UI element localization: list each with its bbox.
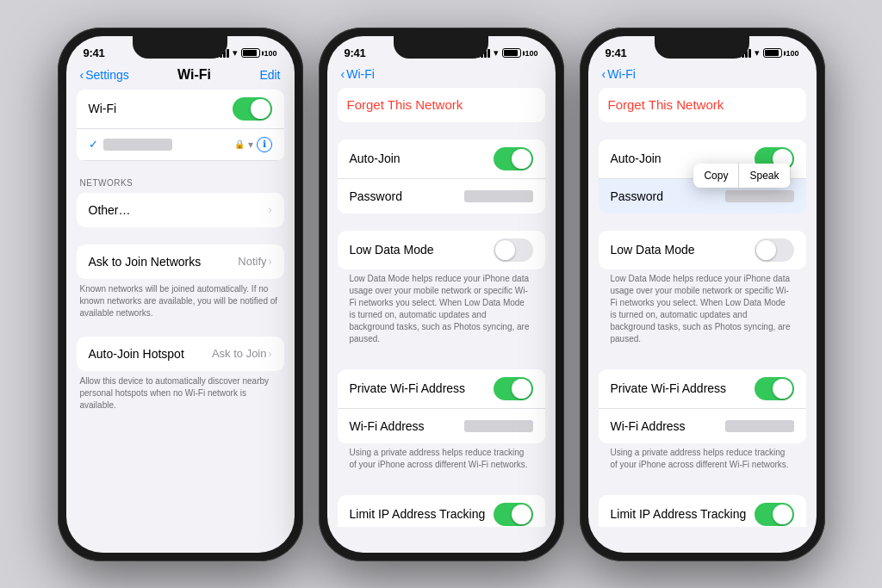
speak-button[interactable]: Speak — [739, 164, 790, 188]
chevron-right-icon-ask: › — [269, 256, 272, 268]
private-wifi-section-2: Private Wi-Fi Address Wi-Fi Address Usin… — [338, 369, 545, 478]
network-icons: 🔒 ▾ ℹ — [234, 137, 272, 152]
auto-join-desc: Allow this device to automatically disco… — [77, 371, 284, 412]
ask-to-join-section: Ask to Join Networks Notify › Known netw… — [77, 244, 284, 319]
limit-ip-section-3: Limit IP Address Tracking Limit IP addre… — [599, 495, 806, 527]
limit-ip-item-3: Limit IP Address Tracking — [599, 495, 806, 527]
screen-content-3: Forget This Network Auto-Join Pas — [588, 88, 817, 527]
copy-button[interactable]: Copy — [693, 164, 739, 188]
chevron-left-icon-1: ‹ — [80, 68, 84, 82]
chevron-left-icon-2: ‹ — [341, 67, 345, 81]
screen-content-2: Forget This Network Auto-Join Pas — [327, 88, 556, 527]
ask-to-join-desc: Known networks will be joined automatica… — [77, 279, 284, 319]
auto-join-value: Ask to Join › — [212, 347, 272, 360]
back-label-2: Wi-Fi — [346, 67, 375, 81]
private-wifi-item-2: Private Wi-Fi Address — [338, 369, 545, 409]
low-data-section-3: Low Data Mode Low Data Mode helps reduce… — [599, 231, 806, 352]
wifi-signal-icon: ▾ — [248, 139, 253, 151]
battery-icon-2 — [502, 48, 521, 58]
chevron-right-icon-auto: › — [269, 348, 272, 360]
notch-3 — [655, 36, 749, 59]
nav-bar-1: ‹ Settings Wi-Fi Edit — [66, 64, 295, 90]
back-button-2[interactable]: ‹ Wi-Fi — [341, 67, 375, 81]
phones-container: 9:41 ▾ 100 ‹ — [58, 28, 825, 561]
battery-icon-1 — [241, 48, 260, 58]
low-data-toggle-2[interactable] — [494, 238, 533, 262]
limit-ip-item-2: Limit IP Address Tracking — [338, 495, 545, 527]
auto-join-section: Auto-Join Hotspot Ask to Join › Allow th… — [77, 337, 284, 412]
battery-icon-3 — [763, 48, 782, 58]
private-wifi-toggle-3[interactable] — [755, 377, 794, 400]
notch-1 — [133, 36, 227, 59]
private-wifi-toggle-2[interactable] — [494, 377, 533, 400]
low-data-section-2: Low Data Mode Low Data Mode helps reduce… — [338, 231, 545, 352]
low-data-toggle-3[interactable] — [755, 238, 794, 262]
forget-group-3: Forget This Network — [599, 88, 806, 122]
nav-bar-2: ‹ Wi-Fi — [327, 64, 556, 88]
auto-join-wifi-group: Auto-Join Password — [338, 139, 545, 214]
password-value-3 — [725, 190, 794, 202]
forget-button-2[interactable]: Forget This Network — [338, 88, 545, 122]
copy-speak-popup: Copy Speak — [693, 164, 790, 188]
time-1: 9:41 — [84, 46, 105, 59]
password-item-2[interactable]: Password — [338, 179, 545, 214]
private-wifi-item-3: Private Wi-Fi Address — [599, 369, 806, 409]
private-desc-3: Using a private address helps reduce tra… — [599, 443, 806, 478]
time-3: 9:41 — [606, 46, 627, 59]
ask-to-join-group: Ask to Join Networks Notify › — [77, 244, 284, 279]
wifi-address-value-2 — [464, 420, 533, 432]
phone-2: 9:41 ▾ 100 ‹ — [319, 28, 564, 561]
ask-to-join-item[interactable]: Ask to Join Networks Notify › — [77, 244, 284, 279]
wifi-toggle-item: Wi-Fi — [77, 90, 284, 129]
forget-button-3[interactable]: Forget This Network — [599, 88, 806, 122]
chevron-right-icon-other: › — [269, 204, 272, 216]
ask-to-join-label: Ask to Join Networks — [89, 255, 202, 269]
network-name-redacted — [103, 139, 172, 151]
screen-content-1: Wi-Fi ✓ 🔒 — [66, 90, 295, 529]
phone-3: 9:41 ▾ 100 ‹ — [580, 28, 825, 561]
forget-group-2: Forget This Network — [338, 88, 545, 122]
nav-bar-3: ‹ Wi-Fi — [588, 64, 817, 88]
ask-to-join-value: Notify › — [238, 255, 271, 268]
forget-section-3: Forget This Network — [599, 88, 806, 122]
low-data-item-3: Low Data Mode — [599, 231, 806, 269]
wifi-toggle-section: Wi-Fi ✓ 🔒 — [77, 90, 284, 161]
phone-3-screen: 9:41 ▾ 100 ‹ — [588, 36, 817, 553]
page-title-1: Wi-Fi — [177, 67, 211, 83]
wifi-status-icon-2: ▾ — [494, 47, 499, 59]
wifi-toggle-label: Wi-Fi — [89, 102, 117, 115]
auto-join-label: Auto-Join Hotspot — [89, 347, 184, 361]
private-desc-2: Using a private address helps reduce tra… — [338, 443, 545, 478]
limit-ip-group-2: Limit IP Address Tracking — [338, 495, 545, 527]
connected-left: ✓ — [89, 138, 172, 151]
private-wifi-group-3: Private Wi-Fi Address Wi-Fi Address — [599, 369, 806, 443]
other-label: Other… — [89, 203, 131, 217]
limit-ip-group-3: Limit IP Address Tracking — [599, 495, 806, 527]
private-wifi-section-3: Private Wi-Fi Address Wi-Fi Address Usin… — [599, 369, 806, 478]
other-networks-item[interactable]: Other… › — [77, 193, 284, 227]
notch-2 — [394, 36, 488, 59]
networks-section: NETWORKS Other… › — [77, 178, 284, 227]
limit-ip-toggle-2[interactable] — [494, 503, 533, 526]
limit-ip-toggle-3[interactable] — [755, 503, 794, 526]
checkmark-icon: ✓ — [89, 138, 98, 151]
networks-section-label: NETWORKS — [77, 178, 284, 188]
wifi-status-icon-1: ▾ — [233, 47, 238, 59]
edit-button-1[interactable]: Edit — [259, 68, 280, 82]
back-button-1[interactable]: ‹ Settings — [80, 68, 129, 82]
battery-label-2: 100 — [525, 49, 537, 58]
battery-label-3: 100 — [786, 49, 798, 58]
low-data-group-3: Low Data Mode — [599, 231, 806, 269]
back-button-3[interactable]: ‹ Wi-Fi — [602, 67, 636, 81]
auto-join-item[interactable]: Auto-Join Hotspot Ask to Join › — [77, 337, 284, 371]
connected-network-item[interactable]: ✓ 🔒 ▾ ℹ — [77, 129, 284, 161]
auto-join-wifi-section: Auto-Join Password — [338, 139, 545, 214]
auto-join-toggle-2[interactable] — [494, 147, 533, 170]
low-data-group-2: Low Data Mode — [338, 231, 545, 269]
low-data-desc-2: Low Data Mode helps reduce your iPhone d… — [338, 269, 545, 352]
password-value-2 — [464, 190, 533, 202]
lock-icon: 🔒 — [234, 139, 245, 149]
battery-label-1: 100 — [264, 49, 276, 58]
info-button[interactable]: ℹ — [257, 137, 272, 152]
wifi-toggle-switch[interactable] — [233, 97, 272, 121]
